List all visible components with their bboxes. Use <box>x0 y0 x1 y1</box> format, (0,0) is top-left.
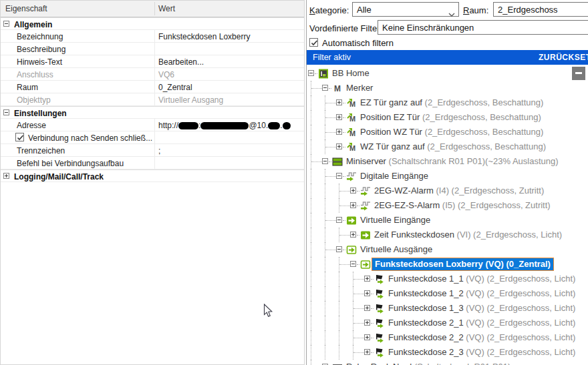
expand-plus-icon[interactable] <box>3 173 9 179</box>
tree-row[interactable]: Digitale Eingänge <box>307 169 588 184</box>
tree-row[interactable]: Funksteckdose 2_2 (VQ) (2_Erdgeschoss, L… <box>307 330 588 345</box>
property-row[interactable]: Verbindung nach Senden schließ... <box>1 131 304 144</box>
tree-row[interactable]: BB Home <box>307 66 588 81</box>
collapse-minus-icon[interactable] <box>308 70 314 76</box>
tree-connector-line <box>339 191 350 192</box>
tree-item-label[interactable]: Funksteckdose 2_3 (VQ) (2_Erdgeschoss, L… <box>388 347 575 357</box>
expand-plus-icon[interactable] <box>364 276 370 282</box>
property-row[interactable]: Befehl bei Verbindungsaufbau <box>1 157 304 169</box>
tree-row[interactable]: Virtuelle Ausgänge <box>307 242 588 257</box>
property-group-row[interactable]: Allgemein <box>1 17 304 30</box>
tree-row[interactable]: MPosition WZ Tür (2_Erdgeschoss, Beschat… <box>307 125 588 139</box>
property-value[interactable]: Funksteckdosen Loxberry <box>158 32 250 41</box>
property-group-row[interactable]: Logging/Mail/Call/Track <box>1 169 304 182</box>
auto-filter-checkbox[interactable] <box>309 38 318 47</box>
tree-item-label[interactable]: 2EG-WZ-Alarm (I4) (2_Erdgeschoss, Zutrit… <box>374 186 544 196</box>
property-value[interactable]: Bearbeiten... <box>158 57 204 67</box>
expand-plus-icon[interactable] <box>364 305 370 311</box>
property-row[interactable]: BezeichnungFunksteckdosen Loxberry <box>1 30 304 43</box>
tree-row[interactable]: Virtuelle Eingänge <box>307 213 588 228</box>
expand-plus-icon[interactable] <box>350 232 356 238</box>
collapse-minus-icon[interactable] <box>336 246 342 252</box>
tree-connector-line <box>325 257 325 272</box>
tree-row[interactable]: Zeit Funksteckdosen (VI) (2_Erdgeschoss,… <box>307 228 588 242</box>
tree-item-label[interactable]: Position EZ Tür (2_Erdgeschoss, Beschatt… <box>360 112 541 122</box>
periphery-tree: BB HomeMMerkerMEZ Tür ganz auf (2_Erdges… <box>307 65 588 365</box>
room-dropdown[interactable]: 2_Erdgeschoss <box>493 2 588 17</box>
tree-row[interactable]: Miniserver (Schaltschrank R01 P01)(~23% … <box>307 154 588 169</box>
reset-filter-button[interactable]: ZURÜCKSETZEN <box>539 53 588 62</box>
tree-item-label-selected[interactable]: Funksteckdosen Loxberry (VQ) (0_Zentral) <box>372 258 554 271</box>
tree-item-label[interactable]: BB Home <box>332 68 370 78</box>
property-row[interactable]: AnschlussVQ6 <box>1 68 304 81</box>
merker-icon: M <box>346 113 357 123</box>
property-value[interactable]: 0_Zentral <box>158 83 192 92</box>
collapse-minus-icon[interactable] <box>322 158 328 164</box>
tree-row[interactable]: Funksteckdose 1_1 (VQ) (2_Erdgeschoss, L… <box>307 272 588 286</box>
collapse-minus-icon[interactable] <box>3 109 9 115</box>
tree-row[interactable]: Funksteckdose 2_1 (VQ) (2_Erdgeschoss, L… <box>307 316 588 330</box>
tree-item-label[interactable]: 2EG-EZ-S-Alarm (I5) (2_Erdgeschoss, Zutr… <box>374 200 551 210</box>
tree-item-label[interactable]: Miniserver (Schaltschrank R01 P01)(~23% … <box>346 156 559 166</box>
tree-row[interactable]: MWZ Tür ganz auf (2_Erdgeschoss, Beschat… <box>307 139 588 154</box>
tree-item-label[interactable]: Funksteckdose 2_2 (VQ) (2_Erdgeschoss, L… <box>388 332 575 342</box>
property-row[interactable]: ObjekttypVirtueller Ausgang <box>1 93 304 106</box>
tree-row[interactable]: Funksteckdose 1_2 (VQ) (2_Erdgeschoss, L… <box>307 286 588 301</box>
tree-row[interactable]: Funksteckdosen Loxberry (VQ) (0_Zentral) <box>307 257 588 272</box>
expand-plus-icon[interactable] <box>364 349 370 355</box>
collapse-minus-icon[interactable] <box>336 217 342 223</box>
expand-plus-icon[interactable] <box>364 290 370 296</box>
tree-row[interactable]: Relay Rack Nord (Schaltschrank R01 P01) <box>307 360 588 365</box>
tree-item-label[interactable]: Funksteckdose 1_2 (VQ) (2_Erdgeschoss, L… <box>388 288 575 298</box>
property-row[interactable]: Adressehttp://:@10.. <box>1 119 304 131</box>
property-row[interactable]: Raum0_Zentral <box>1 81 304 93</box>
property-group-row[interactable]: Einstellungen <box>1 106 304 119</box>
property-row[interactable]: Hinweis-TextBearbeiten... <box>1 55 304 68</box>
tree-row[interactable]: 2EG-EZ-S-Alarm (I5) (2_Erdgeschoss, Zutr… <box>307 198 588 213</box>
tree-item-label[interactable]: WZ Tür ganz auf (2_Erdgeschoss, Beschatt… <box>360 141 546 151</box>
tree-item-label[interactable]: Zeit Funksteckdosen (VI) (2_Erdgeschoss,… <box>374 230 562 240</box>
expand-plus-icon[interactable] <box>336 114 342 120</box>
tree-item-label[interactable]: Relay Rack Nord (Schaltschrank R01 P01) <box>346 362 510 365</box>
expand-plus-icon[interactable] <box>350 202 356 208</box>
tree-item-label[interactable]: Merker <box>346 83 373 93</box>
tree-item-label[interactable]: Virtuelle Eingänge <box>360 215 430 225</box>
collapse-minus-icon[interactable] <box>3 21 9 27</box>
tree-row[interactable]: Funksteckdose 2_3 (VQ) (2_Erdgeschoss, L… <box>307 345 588 360</box>
predefined-filter-input[interactable]: Keine Einschränkungen <box>378 20 588 35</box>
tree-item-label[interactable]: Virtuelle Ausgänge <box>360 244 432 254</box>
tree-item-label[interactable]: Funksteckdose 2_1 (VQ) (2_Erdgeschoss, L… <box>388 318 575 328</box>
expand-plus-icon[interactable] <box>336 143 342 149</box>
tree-row[interactable]: 2EG-WZ-Alarm (I4) (2_Erdgeschoss, Zutrit… <box>307 184 588 198</box>
collapse-minus-icon[interactable] <box>350 261 356 267</box>
tree-row[interactable]: MMerker <box>307 81 588 95</box>
predefined-filter-value: Keine Einschränkungen <box>382 23 474 33</box>
property-value[interactable]: http://:@10.. <box>158 121 291 130</box>
expand-plus-icon[interactable] <box>350 188 356 194</box>
tree-item-label[interactable]: Position WZ Tür (2_Erdgeschoss, Beschatt… <box>360 127 543 137</box>
tree-row[interactable]: MPosition EZ Tür (2_Erdgeschoss, Beschat… <box>307 110 588 125</box>
tree-item-label[interactable]: Funksteckdose 1_3 (VQ) (2_Erdgeschoss, L… <box>388 303 575 313</box>
tree-connector-line <box>339 206 350 206</box>
collapse-minus-icon[interactable] <box>336 173 342 179</box>
expand-plus-icon[interactable] <box>336 99 342 105</box>
tree-connector-line <box>357 191 359 192</box>
tree-item-label[interactable]: Digitale Eingänge <box>360 171 428 181</box>
expand-plus-icon[interactable] <box>336 129 342 135</box>
expand-plus-icon[interactable] <box>364 320 370 326</box>
tree-row[interactable]: Funksteckdose 1_3 (VQ) (2_Erdgeschoss, L… <box>307 301 588 316</box>
expand-plus-icon[interactable] <box>364 334 370 340</box>
collapse-minus-icon[interactable] <box>322 85 328 91</box>
tree-connector-line <box>371 352 374 353</box>
tree-row[interactable]: MEZ Tür ganz auf (2_Erdgeschoss, Beschat… <box>307 95 588 110</box>
tree-connector-line <box>353 338 364 338</box>
property-row[interactable]: Trennzeichen; <box>1 144 304 157</box>
property-checkbox[interactable] <box>15 133 24 141</box>
tree-item-label[interactable]: Funksteckdose 1_1 (VQ) (2_Erdgeschoss, L… <box>388 274 575 284</box>
property-value[interactable]: ; <box>158 146 160 155</box>
category-dropdown[interactable]: Alle <box>352 2 459 17</box>
tree-item-label[interactable]: EZ Tür ganz auf (2_Erdgeschoss, Beschatt… <box>360 97 543 107</box>
property-value[interactable]: VQ6 <box>158 70 174 79</box>
property-row[interactable]: Beschreibung <box>1 43 304 55</box>
property-value[interactable]: Virtueller Ausgang <box>158 95 223 105</box>
